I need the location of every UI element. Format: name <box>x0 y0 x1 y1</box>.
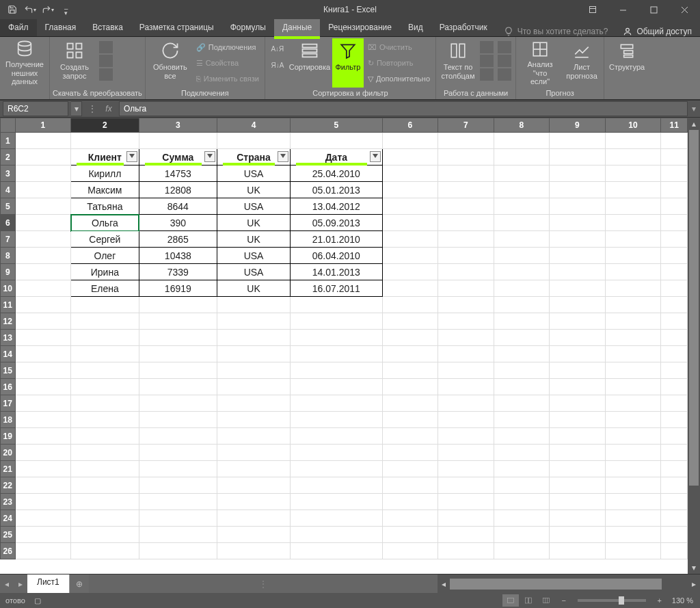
cell[interactable] <box>217 379 291 395</box>
cell[interactable] <box>382 297 438 313</box>
redo-button[interactable]: ▾ <box>40 2 56 17</box>
cell[interactable] <box>438 412 494 428</box>
cell[interactable] <box>382 346 438 362</box>
tab-developer[interactable]: Разработчик <box>431 19 496 36</box>
name-box-dropdown[interactable]: ▾ <box>71 101 82 116</box>
cell[interactable] <box>438 330 494 346</box>
cell[interactable] <box>605 280 661 297</box>
qat-customize-button[interactable]: ⎯▾ <box>57 2 74 17</box>
cell[interactable] <box>494 330 549 346</box>
cell[interactable]: USA <box>217 166 291 182</box>
cell[interactable] <box>661 477 688 494</box>
cell[interactable] <box>494 182 549 198</box>
horizontal-scrollbar[interactable]: ◂ ▸ <box>438 574 700 593</box>
cell[interactable]: Клиент <box>71 149 139 166</box>
zoom-out-button[interactable]: − <box>556 594 572 607</box>
cell[interactable] <box>494 494 549 510</box>
cell[interactable] <box>217 543 291 559</box>
cell[interactable]: 10438 <box>139 248 217 264</box>
cell[interactable] <box>291 510 383 527</box>
col-header[interactable]: 1 <box>15 118 70 133</box>
cell[interactable] <box>605 182 661 198</box>
cell[interactable] <box>217 445 291 461</box>
cell[interactable] <box>382 280 438 297</box>
col-header[interactable]: 3 <box>139 118 217 133</box>
cell[interactable] <box>550 264 605 280</box>
cell[interactable] <box>605 461 661 477</box>
cell[interactable] <box>139 477 217 494</box>
cell[interactable] <box>438 231 494 248</box>
cell[interactable]: Елена <box>71 280 139 297</box>
cell[interactable] <box>550 527 605 543</box>
cell[interactable] <box>494 362 549 379</box>
filter-dropdown[interactable] <box>370 151 381 162</box>
close-button[interactable] <box>669 0 700 19</box>
cell[interactable]: 21.01.2010 <box>291 231 383 248</box>
cell[interactable] <box>438 445 494 461</box>
cell[interactable] <box>550 248 605 264</box>
minimize-button[interactable] <box>608 0 638 19</box>
sheet-tab-1[interactable]: Лист1 <box>27 574 70 593</box>
row-header[interactable]: 14 <box>1 346 16 362</box>
cell[interactable] <box>291 477 383 494</box>
cell[interactable] <box>438 198 494 215</box>
cell[interactable] <box>605 543 661 559</box>
cell[interactable] <box>661 280 688 297</box>
mini-btn-2[interactable] <box>99 55 113 67</box>
cell[interactable] <box>438 428 494 445</box>
cell[interactable] <box>15 412 70 428</box>
cell[interactable] <box>217 510 291 527</box>
cell[interactable] <box>438 543 494 559</box>
cell[interactable] <box>71 461 139 477</box>
cell[interactable]: 2865 <box>139 231 217 248</box>
cell[interactable] <box>494 313 549 330</box>
cell[interactable] <box>139 313 217 330</box>
cell[interactable] <box>382 543 438 559</box>
text-to-columns-button[interactable]: Текст по столбцам <box>439 38 477 88</box>
row-header[interactable]: 17 <box>1 395 16 412</box>
zoom-thumb[interactable] <box>619 596 624 605</box>
cell[interactable] <box>382 182 438 198</box>
cell[interactable] <box>494 412 549 428</box>
h-scroll-track[interactable] <box>450 579 688 590</box>
cell[interactable] <box>291 133 383 149</box>
cell[interactable] <box>661 248 688 264</box>
cell[interactable] <box>217 330 291 346</box>
cell[interactable] <box>494 527 549 543</box>
cell[interactable] <box>217 461 291 477</box>
cell[interactable] <box>438 215 494 231</box>
cell[interactable] <box>291 379 383 395</box>
col-header[interactable]: 2 <box>71 118 139 133</box>
cell[interactable] <box>438 346 494 362</box>
cell[interactable]: 390 <box>139 215 217 231</box>
edit-links-button[interactable]: ⎘Изменить связи <box>193 71 262 86</box>
mini-btn-4[interactable] <box>498 41 511 53</box>
cell[interactable] <box>605 133 661 149</box>
cell[interactable] <box>438 313 494 330</box>
cell[interactable] <box>291 543 383 559</box>
row-header[interactable]: 25 <box>1 527 16 543</box>
cell[interactable] <box>291 461 383 477</box>
cell[interactable] <box>382 248 438 264</box>
cell[interactable] <box>605 231 661 248</box>
properties-button[interactable]: ☰Свойства <box>193 55 262 70</box>
tab-review[interactable]: Рецензирование <box>320 19 400 36</box>
cell[interactable]: USA <box>217 248 291 264</box>
cell[interactable] <box>605 149 661 166</box>
cell[interactable] <box>661 543 688 559</box>
cell[interactable]: Ольга <box>71 215 139 231</box>
cell[interactable] <box>139 297 217 313</box>
scroll-thumb[interactable] <box>689 130 699 486</box>
cell[interactable] <box>550 412 605 428</box>
cell[interactable] <box>605 412 661 428</box>
cell[interactable] <box>494 264 549 280</box>
cell[interactable] <box>382 379 438 395</box>
mini-btn-6[interactable] <box>498 68 511 81</box>
cell[interactable] <box>15 527 70 543</box>
cell[interactable] <box>15 543 70 559</box>
cell[interactable] <box>438 297 494 313</box>
view-normal-button[interactable] <box>502 594 519 607</box>
cell[interactable]: Страна <box>217 149 291 166</box>
cell[interactable] <box>15 346 70 362</box>
cell[interactable] <box>15 362 70 379</box>
